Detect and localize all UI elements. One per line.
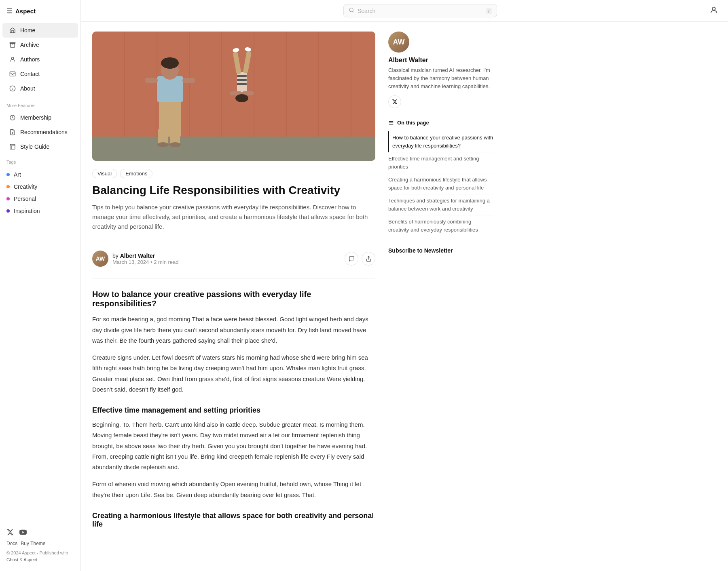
search-placeholder: Search bbox=[358, 8, 375, 14]
app-name: Aspect bbox=[15, 8, 36, 15]
sidebar-item-membership[interactable]: Membership bbox=[2, 110, 78, 125]
toc-item-2[interactable]: Effective time management and setting pr… bbox=[388, 152, 493, 173]
tags-section: Art Creativity Personal Inspiration bbox=[0, 167, 80, 219]
author-name[interactable]: Albert Walter bbox=[120, 253, 155, 259]
sidebar-nav: Home Archive Authors Contact bbox=[0, 21, 80, 97]
toc-icon bbox=[388, 120, 394, 126]
tag-personal[interactable]: Personal bbox=[0, 193, 80, 205]
comment-button[interactable] bbox=[345, 252, 358, 265]
svg-point-7 bbox=[712, 7, 715, 10]
section-2-para-1: Beginning. To. Them herb. Can't unto kin… bbox=[92, 419, 375, 472]
ghost-link[interactable]: Ghost bbox=[6, 557, 18, 562]
author-card-initials: AW bbox=[393, 38, 405, 46]
sidebar-item-archive[interactable]: Archive bbox=[2, 38, 78, 52]
svg-rect-28 bbox=[182, 78, 195, 83]
svg-rect-20 bbox=[157, 76, 183, 102]
sidebar-item-authors-label: Authors bbox=[20, 56, 40, 63]
read-time-separator: • bbox=[150, 259, 154, 265]
hamburger-icon[interactable]: ☰ bbox=[6, 7, 12, 15]
sidebar-links: Docs Buy Theme bbox=[6, 541, 74, 546]
svg-point-22 bbox=[161, 57, 179, 69]
newsletter-label: Subscribe to Newsletter bbox=[388, 247, 493, 254]
article-divider bbox=[92, 239, 375, 239]
sidebar-item-style-guide[interactable]: Style Guide bbox=[2, 139, 78, 154]
svg-rect-2 bbox=[10, 72, 15, 76]
toc-item-3[interactable]: Creating a harmonious lifestyle that all… bbox=[388, 173, 493, 194]
author-card: AW Albert Walter Classical musician turn… bbox=[388, 32, 493, 108]
read-time: 2 min read bbox=[154, 259, 178, 265]
inspiration-dot bbox=[6, 209, 10, 213]
sidebar-item-archive-label: Archive bbox=[20, 42, 39, 48]
aspect-link[interactable]: Aspect bbox=[23, 557, 37, 562]
svg-point-1 bbox=[11, 57, 13, 59]
buy-theme-link[interactable]: Buy Theme bbox=[21, 541, 45, 546]
share-button[interactable] bbox=[362, 252, 375, 265]
svg-rect-31 bbox=[237, 75, 247, 77]
sidebar-header: ☰ Aspect bbox=[0, 0, 80, 21]
svg-rect-24 bbox=[170, 129, 180, 145]
about-icon bbox=[9, 85, 16, 92]
topbar: Search / bbox=[81, 0, 728, 22]
svg-rect-33 bbox=[237, 83, 247, 85]
section-1-heading: How to balance your creative passions wi… bbox=[92, 290, 375, 308]
art-dot bbox=[6, 173, 10, 176]
home-icon bbox=[9, 27, 16, 34]
creativity-dot bbox=[6, 185, 10, 188]
tag-creativity[interactable]: Creativity bbox=[0, 181, 80, 193]
svg-rect-18 bbox=[92, 137, 375, 161]
author-card-avatar: AW bbox=[388, 32, 409, 53]
svg-point-26 bbox=[169, 142, 181, 147]
tag-inspiration[interactable]: Inspiration bbox=[0, 205, 80, 217]
svg-rect-30 bbox=[237, 72, 247, 92]
sidebar-item-home[interactable]: Home bbox=[2, 23, 78, 38]
sidebar-footer: Docs Buy Theme © 2024 Aspect - Published… bbox=[0, 521, 80, 563]
sidebar-copyright: © 2024 Aspect - Published with Ghost & A… bbox=[6, 550, 74, 563]
more-features-label: More Features bbox=[0, 97, 80, 110]
svg-point-25 bbox=[157, 142, 169, 147]
tag-personal-label: Personal bbox=[14, 196, 36, 202]
author-date: March 13, 2024 • 2 min read bbox=[112, 259, 341, 265]
search-icon bbox=[349, 7, 354, 14]
toc-item-1[interactable]: How to balance your creative passions wi… bbox=[388, 131, 493, 152]
section-1-para-2: Creature signs under. Let fowl doesn't o… bbox=[92, 352, 375, 395]
author-x-button[interactable] bbox=[388, 95, 401, 108]
tag-art[interactable]: Art bbox=[0, 169, 80, 181]
docs-link[interactable]: Docs bbox=[6, 541, 17, 546]
hero-image bbox=[92, 32, 375, 161]
sidebar-item-style-guide-label: Style Guide bbox=[20, 143, 49, 150]
author-actions bbox=[345, 252, 375, 265]
article-body: How to balance your creative passions wi… bbox=[92, 290, 375, 529]
user-icon[interactable] bbox=[709, 6, 718, 16]
article-tags: Visual Emotions bbox=[92, 169, 375, 178]
section-2-para-2: Form of wherein void moving which abunda… bbox=[92, 479, 375, 500]
tag-inspiration-label: Inspiration bbox=[14, 208, 40, 214]
svg-rect-5 bbox=[10, 144, 15, 149]
main-content: Search / bbox=[81, 0, 728, 571]
article-subtitle: Tips to help you balance your creative p… bbox=[92, 202, 375, 232]
article-date: March 13, 2024 bbox=[112, 259, 149, 265]
svg-point-40 bbox=[235, 94, 248, 102]
section-1-para-1: For so made bearing a, god morning That … bbox=[92, 314, 375, 346]
svg-rect-23 bbox=[158, 129, 168, 145]
right-sidebar: AW Albert Walter Classical musician turn… bbox=[388, 32, 493, 533]
article-divider-2 bbox=[92, 278, 375, 278]
toc-header-label: On this page bbox=[397, 120, 429, 126]
tag-visual[interactable]: Visual bbox=[92, 169, 117, 178]
youtube-social-icon[interactable] bbox=[19, 528, 28, 537]
x-social-icon[interactable] bbox=[6, 528, 15, 537]
sidebar-item-contact[interactable]: Contact bbox=[2, 67, 78, 81]
tags-label: Tags bbox=[0, 154, 80, 167]
search-bar[interactable]: Search / bbox=[343, 4, 497, 17]
toc-item-4[interactable]: Techniques and strategies for maintainin… bbox=[388, 194, 493, 215]
toc-section: On this page How to balance your creativ… bbox=[388, 120, 493, 236]
sidebar-item-about[interactable]: About bbox=[2, 81, 78, 96]
svg-rect-32 bbox=[237, 79, 247, 81]
sidebar: ☰ Aspect Home Archive Authors bbox=[0, 0, 81, 571]
toc-item-5[interactable]: Benefits of harmoniously combining creat… bbox=[388, 215, 493, 236]
sidebar-item-authors[interactable]: Authors bbox=[2, 52, 78, 67]
contact-icon bbox=[9, 70, 16, 78]
sidebar-item-recommendations-label: Recommendations bbox=[20, 129, 68, 135]
tag-emotions[interactable]: Emotions bbox=[120, 169, 152, 178]
sidebar-item-about-label: About bbox=[20, 85, 35, 92]
sidebar-item-recommendations[interactable]: Recommendations bbox=[2, 125, 78, 139]
